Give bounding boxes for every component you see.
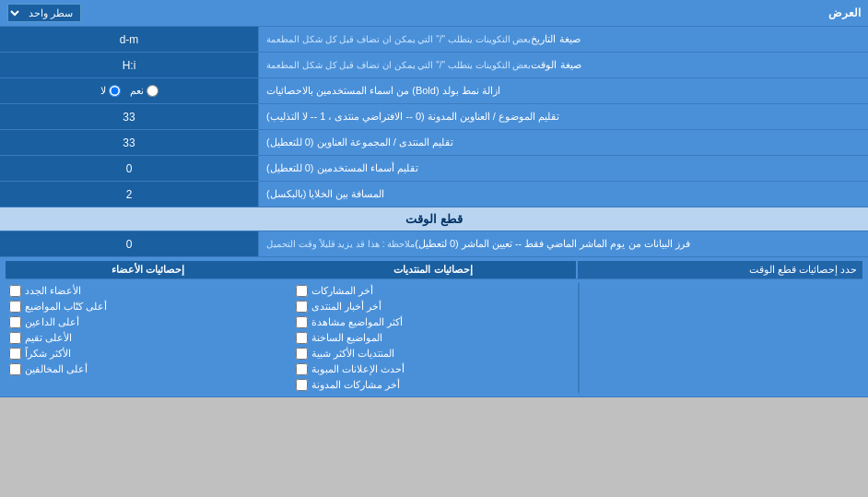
time-format-row: صيغة الوقت بعض التكوينات يتطلب "/" التي … <box>0 53 868 78</box>
forum-trim-input-cell <box>0 130 258 155</box>
cb-forum-news-input[interactable] <box>296 301 308 313</box>
cb-similar-forums: المنتديات الأكثر شبية <box>292 346 575 361</box>
users-trim-row: تقليم أسماء المستخدمين (0 للتعطيل) <box>0 156 868 182</box>
bold-radio-group: نعم لا <box>100 85 158 97</box>
date-format-row: صيغة التاريخ بعض التكوينات يتطلب "/" الت… <box>0 27 868 53</box>
topics-trim-input[interactable] <box>74 111 184 124</box>
cb-classified-ads: أحدث الإعلانات المبوبة <box>292 361 575 377</box>
bold-remove-row: ازالة نمط بولد (Bold) من اسماء المستخدمي… <box>0 78 868 104</box>
top-label: العرض <box>828 6 861 19</box>
topics-trim-row: تقليم الموضوع / العناوين المدونة (0 -- ا… <box>0 104 868 130</box>
cutoff-value-label: فرز البيانات من يوم الماشر الماضي فقط --… <box>258 231 868 256</box>
topics-trim-input-cell <box>0 104 258 129</box>
cb-top-violators-input[interactable] <box>9 363 21 375</box>
display-select[interactable]: سطر واحد سطرين ثلاثة أسطر <box>7 4 81 22</box>
cb-top-rated-input[interactable] <box>9 332 21 344</box>
col3-header: إحصائيات الأعضاء <box>6 261 290 278</box>
cb-top-inviters: أعلى الداعين <box>6 314 288 330</box>
time-format-input[interactable] <box>74 59 184 72</box>
stats-section: حدد إحصائيات قطع الوقت إحصائيات المنتديا… <box>0 257 868 397</box>
users-trim-label: تقليم أسماء المستخدمين (0 للتعطيل) <box>258 156 868 181</box>
col2-header: إحصائيات المنتديات <box>290 261 577 278</box>
cell-spacing-input-cell <box>0 182 258 207</box>
cb-similar-forums-input[interactable] <box>296 348 308 360</box>
bold-yes-label[interactable]: نعم <box>130 85 158 97</box>
cb-most-thanked-input[interactable] <box>9 348 21 360</box>
cb-new-members: الأعضاء الجدد <box>6 283 288 299</box>
bold-remove-input-cell: نعم لا <box>0 78 258 103</box>
bold-no-label[interactable]: لا <box>100 85 121 97</box>
cutoff-value-row: فرز البيانات من يوم الماشر الماضي فقط --… <box>0 231 868 257</box>
users-trim-input-cell <box>0 156 258 181</box>
cb-top-writers-input[interactable] <box>9 301 21 313</box>
cb-new-members-input[interactable] <box>9 285 21 297</box>
checkboxes-grid: أخر المشاركات أخر أخبار المنتدى أكثر الم… <box>6 283 862 393</box>
time-format-label: صيغة الوقت بعض التكوينات يتطلب "/" التي … <box>258 53 868 77</box>
cb-top-writers: أعلى كتّاب المواضيع <box>6 299 288 314</box>
cutoff-section-header: قطع الوقت <box>0 207 868 231</box>
stats-header-row: حدد إحصائيات قطع الوقت إحصائيات المنتديا… <box>6 261 862 279</box>
cb-blog-posts: أخر مشاركات المدونة <box>292 377 575 393</box>
col1-empty <box>580 283 862 393</box>
date-format-label: صيغة التاريخ بعض التكوينات يتطلب "/" الت… <box>258 27 868 52</box>
col2-checkboxes: أخر المشاركات أخر أخبار المنتدى أكثر الم… <box>292 283 581 393</box>
forum-trim-label: تقليم المنتدى / المجموعة العناوين (0 للت… <box>258 130 868 155</box>
bold-yes-radio[interactable] <box>147 85 158 97</box>
cb-last-posts: أخر المشاركات <box>292 283 575 299</box>
forum-trim-input[interactable] <box>74 136 184 149</box>
cb-blog-posts-input[interactable] <box>296 379 308 391</box>
top-row: العرض سطر واحد سطرين ثلاثة أسطر <box>0 0 868 27</box>
cell-spacing-label: المسافة بين الخلايا (بالبكسل) <box>258 182 868 207</box>
cb-most-thanked: الأكثر شكراً <box>6 346 288 361</box>
date-format-input[interactable] <box>74 33 184 46</box>
cb-top-violators: أعلى المخالفين <box>6 361 288 377</box>
main-container: العرض سطر واحد سطرين ثلاثة أسطر صيغة الت… <box>0 0 868 397</box>
col3-checkboxes: الأعضاء الجدد أعلى كتّاب المواضيع أعلى ا… <box>6 283 292 393</box>
cb-most-viewed: أكثر المواضيع مشاهدة <box>292 314 575 330</box>
cb-top-rated: الأعلى تقيم <box>6 330 288 346</box>
date-format-input-cell <box>0 27 258 52</box>
topics-trim-label: تقليم الموضوع / العناوين المدونة (0 -- ا… <box>258 104 868 129</box>
cb-hot-topics: المواضيع الساخنة <box>292 330 575 346</box>
stats-header-label: حدد إحصائيات قطع الوقت <box>578 261 862 278</box>
users-trim-input[interactable] <box>74 162 184 175</box>
cb-classified-ads-input[interactable] <box>296 363 308 375</box>
cb-top-inviters-input[interactable] <box>9 316 21 328</box>
cell-spacing-input[interactable] <box>74 188 184 201</box>
time-format-input-cell <box>0 53 258 77</box>
cb-last-posts-input[interactable] <box>296 285 308 297</box>
cb-hot-topics-input[interactable] <box>296 332 308 344</box>
cutoff-value-input-cell <box>0 231 258 256</box>
cb-most-viewed-input[interactable] <box>296 316 308 328</box>
bold-no-radio[interactable] <box>109 85 121 97</box>
forum-trim-row: تقليم المنتدى / المجموعة العناوين (0 للت… <box>0 130 868 156</box>
cutoff-value-input[interactable] <box>74 238 184 251</box>
cb-forum-news: أخر أخبار المنتدى <box>292 299 575 314</box>
bold-remove-label: ازالة نمط بولد (Bold) من اسماء المستخدمي… <box>258 78 868 103</box>
cell-spacing-row: المسافة بين الخلايا (بالبكسل) <box>0 182 868 207</box>
